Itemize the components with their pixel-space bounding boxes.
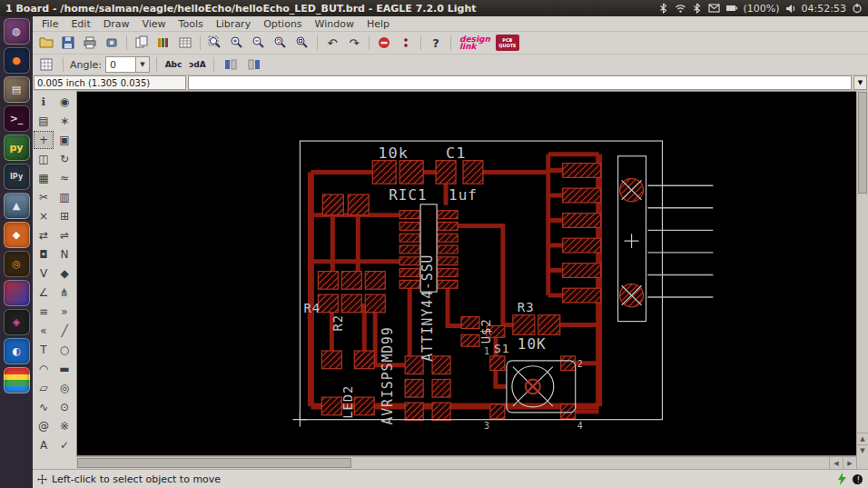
battery-icon[interactable] [725, 4, 738, 13]
signal-tool-button[interactable]: ∿ [34, 398, 54, 416]
color-profile-icon[interactable] [4, 367, 30, 393]
button-center-pad[interactable] [526, 379, 540, 393]
drc-tool-button[interactable]: ✓ [54, 436, 74, 454]
scroll-right-button[interactable]: ▶ [843, 457, 856, 469]
wire-tool-button[interactable]: ╱ [54, 322, 74, 340]
label-r3[interactable]: R3 [518, 300, 535, 314]
horizontal-scrollbar[interactable]: ◀ ▶ [76, 456, 856, 469]
label-r2[interactable]: R2 [330, 314, 345, 332]
hole-tool-button[interactable]: ⊙ [54, 398, 74, 416]
rect-tool-button[interactable]: ▬ [54, 360, 74, 378]
volume-icon[interactable] [785, 4, 796, 14]
delete-tool-button[interactable]: × [34, 207, 54, 225]
scroll-down-button[interactable]: ▼ [857, 444, 868, 456]
command-input[interactable] [188, 75, 852, 90]
polygon-tool-button[interactable]: ▱ [34, 379, 54, 397]
zoom-select-button[interactable] [292, 34, 312, 52]
label-pin2[interactable]: 2 [577, 359, 584, 369]
name-tool-button[interactable]: N [54, 245, 74, 264]
library-button[interactable] [153, 34, 173, 52]
optimize-tool-button[interactable]: ≡ [34, 303, 54, 321]
session-menu-icon[interactable] [852, 3, 863, 14]
firefox-icon[interactable]: ● [4, 47, 30, 74]
add-tool-button[interactable]: ⊞ [54, 207, 74, 225]
miter-tool-button[interactable]: ∠ [34, 284, 54, 302]
label-attiny44[interactable]: ATTINY44-SSU [419, 254, 436, 362]
grid-button[interactable] [36, 55, 56, 74]
zoom-fit-button[interactable] [205, 34, 225, 52]
label-led2[interactable]: LED2 [340, 385, 355, 419]
group-tool-button[interactable]: ▦ [34, 169, 54, 187]
dots-button[interactable] [396, 34, 416, 52]
attribute-tool-button[interactable]: @ [34, 417, 54, 435]
menu-file[interactable]: File [42, 18, 58, 30]
scroll-up-button[interactable]: ▲ [857, 433, 868, 444]
display-mode-1-button[interactable] [221, 55, 241, 74]
split-tool-button[interactable]: ⋔ [54, 284, 74, 302]
mail-icon[interactable] [708, 4, 720, 13]
show-tool-button[interactable]: ◉ [54, 93, 74, 111]
redo-button[interactable]: ↷ [344, 34, 364, 52]
files-icon[interactable]: ▤ [4, 76, 30, 103]
menu-library[interactable]: Library [216, 18, 251, 30]
info-tool-button[interactable]: ℹ [34, 93, 54, 111]
undo-button[interactable]: ↶ [322, 34, 342, 52]
paste-tool-button[interactable]: ▥ [54, 188, 74, 206]
label-u2[interactable]: U$2 [478, 318, 493, 344]
display-tool-button[interactable]: ▤ [34, 112, 54, 130]
label-c1[interactable]: C1 [446, 144, 466, 162]
menu-draw[interactable]: Draw [104, 18, 130, 30]
table-button[interactable] [175, 34, 195, 52]
abc-button[interactable]: Abc [163, 55, 183, 74]
zoom-redraw-button[interactable] [271, 34, 291, 52]
graphics-editor-icon[interactable]: ◈ [4, 309, 30, 335]
rotate-tool-button[interactable]: ↻ [54, 150, 74, 168]
pcb-quote-button[interactable]: PCB QUOTE [496, 35, 519, 51]
label-s1[interactable]: S1 [494, 342, 510, 355]
mirror-tool-button[interactable]: ◫ [34, 150, 54, 168]
image-viewer-icon[interactable]: ▲ [4, 193, 30, 219]
label-ric1[interactable]: RIC1 [389, 186, 427, 204]
wifi-icon[interactable] [675, 3, 686, 14]
development-tool-icon[interactable]: ◐ [4, 338, 30, 364]
smash-tool-button[interactable]: ◆ [54, 264, 74, 283]
bluetooth-icon[interactable] [658, 3, 669, 14]
command-history-dropdown[interactable]: ▼ [853, 75, 867, 90]
value-tool-button[interactable]: V [34, 264, 54, 283]
label-pin1[interactable]: 1 [484, 346, 490, 356]
menu-help[interactable]: Help [367, 18, 390, 30]
text-tool-button[interactable]: T [34, 341, 54, 359]
menu-view[interactable]: View [142, 18, 165, 30]
route-tool-button[interactable]: » [54, 303, 74, 321]
copy-tool-button[interactable]: ▣ [54, 131, 74, 149]
replace-tool-button[interactable]: ⇌ [54, 226, 74, 244]
media-player-icon[interactable] [4, 280, 30, 306]
pcb-board[interactable]: 10k C1 RIC1 1uf ATTINY44-SSU R4 R2 LED2 … [77, 92, 856, 455]
arc-tool-button[interactable]: ◠ [34, 360, 54, 378]
help-button[interactable]: ? [426, 34, 446, 52]
terminal-icon[interactable]: >_ [4, 105, 30, 132]
horizontal-scrollbar-thumb[interactable] [77, 458, 351, 468]
ripup-tool-button[interactable]: « [34, 322, 54, 340]
board-canvas[interactable]: 10k C1 RIC1 1uf ATTINY44-SSU R4 R2 LED2 … [76, 91, 856, 456]
software-center-icon[interactable]: ◆ [4, 222, 30, 248]
vertical-scrollbar[interactable]: ▲ ▼ [856, 91, 868, 456]
ratsnest-tool-button[interactable]: ※ [54, 417, 74, 435]
scroll-left-button[interactable]: ◀ [829, 457, 843, 469]
via-tool-button[interactable]: ◎ [54, 379, 74, 397]
lock-tool-button[interactable]: ◘ [34, 245, 54, 264]
label-pin4[interactable]: 4 [577, 422, 584, 432]
open-button[interactable] [36, 34, 56, 52]
menu-tools[interactable]: Tools [179, 18, 203, 30]
auto-tool-button[interactable]: A [34, 436, 54, 454]
zoom-out-button[interactable] [249, 34, 269, 52]
save-button[interactable] [58, 34, 78, 52]
bluetooth-status-icon[interactable] [692, 3, 703, 14]
sheets-button[interactable] [132, 34, 152, 52]
vertical-scrollbar-track[interactable] [857, 194, 868, 433]
move-tool-button[interactable]: + [34, 131, 54, 149]
ipython-icon[interactable]: IPy [4, 164, 30, 190]
label-10k[interactable]: 10k [378, 144, 409, 162]
web-browser-icon[interactable]: ◎ [4, 251, 30, 277]
menu-edit[interactable]: Edit [71, 18, 90, 30]
